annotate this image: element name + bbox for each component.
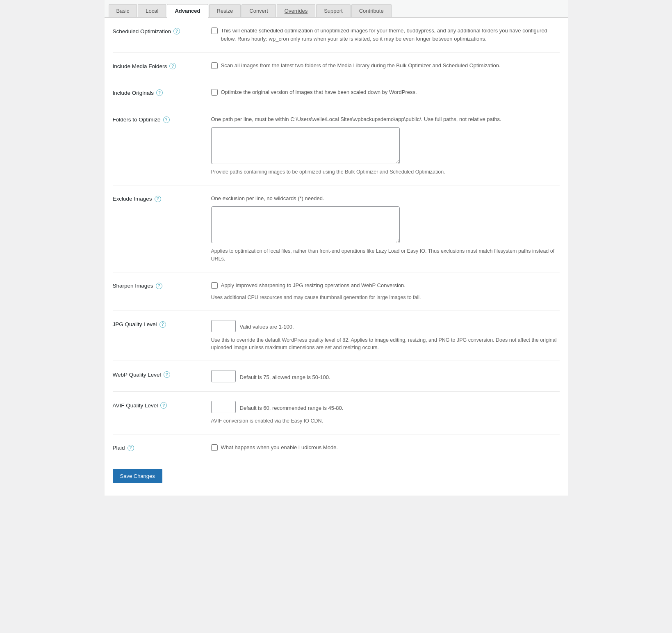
content-area: Scheduled Optimization?This will enable … bbox=[105, 18, 568, 496]
row-label-jpg-quality-level: JPG Quality Level? bbox=[113, 320, 199, 328]
row-label-folders-to-optimize: Folders to Optimize? bbox=[113, 115, 199, 123]
tab-bar: BasicLocalAdvancedResizeConvertOverrides… bbox=[105, 0, 568, 18]
row-label-include-media-folders: Include Media Folders? bbox=[113, 62, 199, 69]
tab-basic[interactable]: Basic bbox=[109, 4, 137, 17]
settings-row-folders-to-optimize: Folders to Optimize?One path per line, m… bbox=[113, 106, 560, 185]
label-text-webp-quality-level: WebP Quality Level bbox=[113, 372, 161, 378]
checkbox-wrap-plaid: What happens when you enable Ludicrous M… bbox=[211, 443, 560, 452]
row-content-scheduled-optimization: This will enable scheduled optimization … bbox=[211, 27, 560, 43]
input-inline-wrap-webp-quality-level: Default is 75, allowed range is 50-100. bbox=[211, 370, 560, 382]
path-hint-exclude-images: One exclusion per line, no wildcards (*)… bbox=[211, 194, 560, 203]
label-text-include-media-folders: Include Media Folders bbox=[113, 63, 167, 69]
tab-contribute[interactable]: Contribute bbox=[351, 4, 392, 17]
textarea-exclude-images[interactable] bbox=[211, 206, 400, 243]
input-description-jpg-quality-level: Use this to override the default WordPre… bbox=[211, 336, 560, 352]
help-icon-include-media-folders[interactable]: ? bbox=[169, 63, 176, 69]
input-description-avif-quality-level: AVIF conversion is enabled via the Easy … bbox=[211, 417, 560, 425]
checkbox-wrap-include-originals: Optimize the original version of images … bbox=[211, 88, 560, 96]
help-icon-include-originals[interactable]: ? bbox=[156, 89, 163, 96]
tab-convert[interactable]: Convert bbox=[241, 4, 276, 17]
row-content-sharpen-images: Apply improved sharpening to JPG resizin… bbox=[211, 281, 560, 302]
inline-description-avif-quality-level: Default is 60, recommended range is 45-8… bbox=[240, 402, 344, 412]
settings-row-include-media-folders: Include Media Folders?Scan all images fr… bbox=[113, 53, 560, 79]
row-label-scheduled-optimization: Scheduled Optimization? bbox=[113, 27, 199, 34]
textarea-description-folders-to-optimize: Provide paths containing images to be op… bbox=[211, 168, 560, 176]
label-text-jpg-quality-level: JPG Quality Level bbox=[113, 321, 157, 327]
row-content-plaid: What happens when you enable Ludicrous M… bbox=[211, 443, 560, 452]
row-label-webp-quality-level: WebP Quality Level? bbox=[113, 370, 199, 378]
settings-row-exclude-images: Exclude Images?One exclusion per line, n… bbox=[113, 185, 560, 272]
checkbox-description2-sharpen-images: Uses additional CPU resources and may ca… bbox=[211, 294, 560, 302]
row-label-sharpen-images: Sharpen Images? bbox=[113, 281, 199, 289]
checkbox-wrap-scheduled-optimization: This will enable scheduled optimization … bbox=[211, 27, 560, 43]
row-content-avif-quality-level: Default is 60, recommended range is 45-8… bbox=[211, 401, 560, 425]
input-inline-wrap-avif-quality-level: Default is 60, recommended range is 45-8… bbox=[211, 401, 560, 413]
help-icon-exclude-images[interactable]: ? bbox=[155, 196, 161, 202]
settings-row-webp-quality-level: WebP Quality Level?Default is 75, allowe… bbox=[113, 361, 560, 392]
row-content-include-originals: Optimize the original version of images … bbox=[211, 88, 560, 96]
checkbox-wrap-include-media-folders: Scan all images from the latest two fold… bbox=[211, 62, 560, 70]
label-text-scheduled-optimization: Scheduled Optimization bbox=[113, 28, 171, 34]
row-content-include-media-folders: Scan all images from the latest two fold… bbox=[211, 62, 560, 70]
inline-description-jpg-quality-level: Valid values are 1-100. bbox=[240, 321, 294, 331]
settings-row-jpg-quality-level: JPG Quality Level?Valid values are 1-100… bbox=[113, 311, 560, 361]
settings-row-sharpen-images: Sharpen Images?Apply improved sharpening… bbox=[113, 272, 560, 311]
checkbox-description-scheduled-optimization: This will enable scheduled optimization … bbox=[221, 27, 560, 43]
checkbox-description-include-originals: Optimize the original version of images … bbox=[221, 88, 417, 96]
label-text-folders-to-optimize: Folders to Optimize bbox=[113, 117, 161, 123]
tab-local[interactable]: Local bbox=[138, 4, 166, 17]
text-input-jpg-quality-level[interactable] bbox=[211, 320, 236, 332]
row-label-avif-quality-level: AVIF Quality Level? bbox=[113, 401, 199, 409]
input-inline-wrap-jpg-quality-level: Valid values are 1-100. bbox=[211, 320, 560, 332]
checkbox-plaid[interactable] bbox=[211, 444, 218, 451]
help-icon-jpg-quality-level[interactable]: ? bbox=[159, 321, 166, 328]
help-icon-scheduled-optimization[interactable]: ? bbox=[173, 28, 180, 34]
help-icon-webp-quality-level[interactable]: ? bbox=[164, 371, 170, 378]
textarea-folders-to-optimize[interactable] bbox=[211, 127, 400, 164]
help-icon-sharpen-images[interactable]: ? bbox=[156, 283, 162, 289]
text-input-avif-quality-level[interactable] bbox=[211, 401, 236, 413]
help-icon-avif-quality-level[interactable]: ? bbox=[160, 402, 167, 409]
settings-row-scheduled-optimization: Scheduled Optimization?This will enable … bbox=[113, 18, 560, 53]
save-button[interactable]: Save Changes bbox=[113, 469, 162, 483]
help-icon-plaid[interactable]: ? bbox=[128, 445, 134, 451]
settings-row-plaid: Plaid?What happens when you enable Ludic… bbox=[113, 434, 560, 461]
checkbox-include-originals[interactable] bbox=[211, 89, 218, 96]
checkbox-description-sharpen-images: Apply improved sharpening to JPG resizin… bbox=[221, 281, 405, 290]
row-content-folders-to-optimize: One path per line, must be within C:\Use… bbox=[211, 115, 560, 176]
settings-row-avif-quality-level: AVIF Quality Level?Default is 60, recomm… bbox=[113, 392, 560, 434]
checkbox-description-include-media-folders: Scan all images from the latest two fold… bbox=[221, 62, 501, 70]
tab-advanced[interactable]: Advanced bbox=[167, 4, 208, 18]
checkbox-scheduled-optimization[interactable] bbox=[211, 27, 218, 34]
label-text-plaid: Plaid bbox=[113, 445, 125, 451]
checkbox-wrap-sharpen-images: Apply improved sharpening to JPG resizin… bbox=[211, 281, 560, 290]
checkbox-include-media-folders[interactable] bbox=[211, 62, 218, 69]
row-content-exclude-images: One exclusion per line, no wildcards (*)… bbox=[211, 194, 560, 263]
row-label-include-originals: Include Originals? bbox=[113, 88, 199, 96]
label-text-include-originals: Include Originals bbox=[113, 90, 154, 96]
row-label-plaid: Plaid? bbox=[113, 443, 199, 451]
row-content-webp-quality-level: Default is 75, allowed range is 50-100. bbox=[211, 370, 560, 382]
checkbox-sharpen-images[interactable] bbox=[211, 282, 218, 289]
label-text-exclude-images: Exclude Images bbox=[113, 196, 152, 202]
inline-description-webp-quality-level: Default is 75, allowed range is 50-100. bbox=[240, 371, 330, 382]
textarea-description-exclude-images: Applies to optimization of local files, … bbox=[211, 247, 560, 263]
label-text-avif-quality-level: AVIF Quality Level bbox=[113, 402, 158, 409]
path-hint-folders-to-optimize: One path per line, must be within C:\Use… bbox=[211, 115, 560, 123]
row-content-jpg-quality-level: Valid values are 1-100.Use this to overr… bbox=[211, 320, 560, 352]
label-text-sharpen-images: Sharpen Images bbox=[113, 283, 153, 289]
checkbox-description-plaid: What happens when you enable Ludicrous M… bbox=[221, 443, 338, 452]
tab-resize[interactable]: Resize bbox=[209, 4, 241, 17]
text-input-webp-quality-level[interactable] bbox=[211, 370, 236, 382]
settings-row-include-originals: Include Originals?Optimize the original … bbox=[113, 79, 560, 106]
help-icon-folders-to-optimize[interactable]: ? bbox=[163, 117, 170, 123]
tab-overrides[interactable]: Overrides bbox=[277, 4, 315, 17]
tab-support[interactable]: Support bbox=[316, 4, 351, 17]
row-label-exclude-images: Exclude Images? bbox=[113, 194, 199, 202]
page-wrap: BasicLocalAdvancedResizeConvertOverrides… bbox=[105, 0, 568, 496]
